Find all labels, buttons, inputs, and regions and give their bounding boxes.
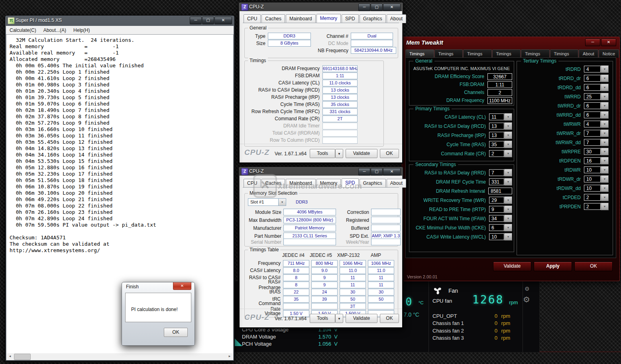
- tab-timings-4[interactable]: Timings #4: [492, 49, 521, 58]
- close-button[interactable]: ✕: [173, 282, 191, 290]
- minimize-button[interactable]: ─: [358, 168, 370, 176]
- minimize-button[interactable]: ─: [358, 4, 370, 11]
- apply-button[interactable]: Apply: [534, 262, 572, 271]
- dropdown-arrow-icon[interactable]: ▼: [504, 233, 512, 241]
- minimize-button[interactable]: ─: [190, 17, 202, 24]
- dropdown-arrow-icon[interactable]: ▼: [504, 122, 512, 130]
- timing-dropdown-value[interactable]: 7: [584, 139, 601, 146]
- validate-button[interactable]: Validate: [346, 149, 377, 158]
- gear-icon[interactable]: ⚙: [525, 286, 530, 292]
- dropdown-arrow-icon[interactable]: ▼: [601, 166, 609, 174]
- tab-cpu[interactable]: CPU: [244, 179, 261, 188]
- minimize-button[interactable]: ─: [585, 39, 600, 46]
- tab-timings-3[interactable]: Timings #3: [463, 49, 492, 58]
- tools-button[interactable]: Tools: [310, 314, 335, 323]
- ok-button[interactable]: OK: [574, 262, 613, 271]
- close-button[interactable]: ✕: [383, 4, 401, 11]
- timing-dropdown-value[interactable]: 13: [489, 132, 504, 139]
- close-button[interactable]: ✕: [601, 39, 616, 46]
- timing-dropdown-value[interactable]: 30: [584, 148, 601, 155]
- close-button[interactable]: ✕: [383, 168, 401, 176]
- dropdown-arrow-icon[interactable]: ▼: [601, 102, 609, 110]
- slot-dropdown-arrow-icon[interactable]: ▼: [278, 198, 286, 206]
- tab-memory[interactable]: Memory: [316, 14, 341, 23]
- timing-dropdown-value[interactable]: 7: [489, 169, 504, 176]
- maximize-button[interactable]: ▢: [202, 17, 214, 24]
- dropdown-arrow-icon[interactable]: ▼: [601, 148, 609, 155]
- maximize-button[interactable]: ▢: [371, 4, 383, 11]
- timing-dropdown-value[interactable]: 6: [584, 84, 601, 91]
- timing-dropdown-value[interactable]: 10: [584, 185, 601, 192]
- timing-dropdown-value[interactable]: 25: [584, 93, 601, 100]
- dropdown-arrow-icon[interactable]: ▼: [504, 215, 512, 222]
- settings-gears[interactable]: ⚙ ⚙: [525, 285, 532, 302]
- scroll-left-icon[interactable]: ◂: [7, 353, 13, 360]
- tab-about[interactable]: About: [387, 14, 406, 23]
- tab-notice[interactable]: Notice: [599, 49, 619, 58]
- timing-dropdown-value[interactable]: 29: [489, 197, 504, 204]
- timing-dropdown-value[interactable]: 7: [584, 130, 601, 137]
- scroll-right-icon[interactable]: ▸: [226, 353, 233, 360]
- timing-dropdown-value[interactable]: 331: [489, 178, 504, 185]
- gear-icon[interactable]: ⚙: [523, 295, 530, 304]
- tab-mainboard[interactable]: Mainboard: [286, 14, 316, 23]
- timing-dropdown-value[interactable]: 16: [584, 157, 601, 164]
- dropdown-arrow-icon[interactable]: ▼: [504, 178, 512, 186]
- tab-mainboard[interactable]: Mainboard: [286, 179, 316, 188]
- tab-timings-6[interactable]: Timings #6: [550, 49, 579, 58]
- dropdown-arrow-icon[interactable]: ▼: [601, 74, 609, 82]
- dropdown-arrow-icon[interactable]: ▼: [601, 139, 609, 146]
- dropdown-arrow-icon[interactable]: ▼: [601, 84, 609, 91]
- menu-help[interactable]: Help(H): [70, 27, 93, 33]
- timing-dropdown-value[interactable]: 10: [584, 176, 601, 182]
- tab-timings-1[interactable]: Timings #1: [405, 49, 434, 58]
- tools-button[interactable]: Tools: [310, 149, 335, 158]
- timing-dropdown-value[interactable]: 4: [584, 121, 601, 127]
- dropdown-arrow-icon[interactable]: ▼: [504, 169, 512, 176]
- tab-graphics[interactable]: Graphics: [360, 179, 386, 188]
- timing-dropdown-value[interactable]: 34: [489, 215, 504, 222]
- dropdown-arrow-icon[interactable]: ▼: [601, 120, 609, 128]
- timing-dropdown-value[interactable]: 6: [584, 75, 601, 82]
- tab-cpu[interactable]: CPU: [244, 14, 261, 23]
- timing-dropdown-value[interactable]: 13: [489, 123, 504, 129]
- dropdown-arrow-icon[interactable]: ▼: [504, 113, 512, 121]
- horizontal-scrollbar[interactable]: ◂ ▸: [7, 353, 233, 360]
- tab-spd[interactable]: SPD: [342, 14, 359, 23]
- dropdown-arrow-icon[interactable]: ▼: [601, 129, 609, 137]
- ok-button[interactable]: OK: [164, 328, 188, 337]
- dropdown-arrow-icon[interactable]: ▼: [601, 157, 609, 164]
- dropdown-arrow-icon[interactable]: ▼: [504, 224, 512, 231]
- timing-dropdown-value[interactable]: 9: [489, 206, 504, 213]
- dropdown-arrow-icon[interactable]: ▼: [601, 184, 609, 192]
- timing-dropdown-value[interactable]: 6: [489, 224, 504, 231]
- timing-dropdown-value[interactable]: 2: [584, 203, 601, 210]
- tab-about[interactable]: About: [387, 179, 406, 188]
- dropdown-arrow-icon[interactable]: ▼: [601, 93, 609, 100]
- dropdown-arrow-icon[interactable]: ▼: [601, 203, 609, 210]
- tab-memory[interactable]: Memory: [316, 179, 341, 188]
- scrollbar-thumb[interactable]: [14, 354, 31, 360]
- timing-dropdown-value[interactable]: 4: [584, 66, 601, 72]
- validate-button[interactable]: Validate: [346, 314, 377, 323]
- timing-dropdown-value[interactable]: 10: [489, 233, 504, 240]
- tab-timings-2[interactable]: Timings #2: [434, 49, 463, 58]
- validate-button[interactable]: Validate: [493, 262, 531, 271]
- menu-about[interactable]: About...(A): [40, 27, 70, 33]
- dropdown-arrow-icon[interactable]: ▼: [504, 141, 512, 148]
- ok-button[interactable]: OK: [380, 314, 399, 323]
- tab-about[interactable]: About: [579, 49, 598, 58]
- timing-dropdown-value[interactable]: 2: [584, 194, 601, 201]
- tab-timings-5[interactable]: Timings #5: [521, 49, 550, 58]
- timing-dropdown-value[interactable]: 6: [584, 102, 601, 109]
- tab-graphics[interactable]: Graphics: [360, 14, 386, 23]
- tools-dropdown-button[interactable]: ▼: [335, 314, 343, 323]
- tab-caches[interactable]: Caches: [261, 14, 285, 23]
- dropdown-arrow-icon[interactable]: ▼: [601, 111, 609, 119]
- timing-dropdown-value[interactable]: 6: [584, 112, 601, 118]
- dropdown-arrow-icon[interactable]: ▼: [504, 205, 512, 213]
- dropdown-arrow-icon[interactable]: ▼: [601, 65, 609, 73]
- maximize-button[interactable]: ▢: [371, 168, 383, 176]
- dropdown-arrow-icon[interactable]: ▼: [504, 196, 512, 204]
- timing-dropdown-value[interactable]: 11: [489, 114, 504, 120]
